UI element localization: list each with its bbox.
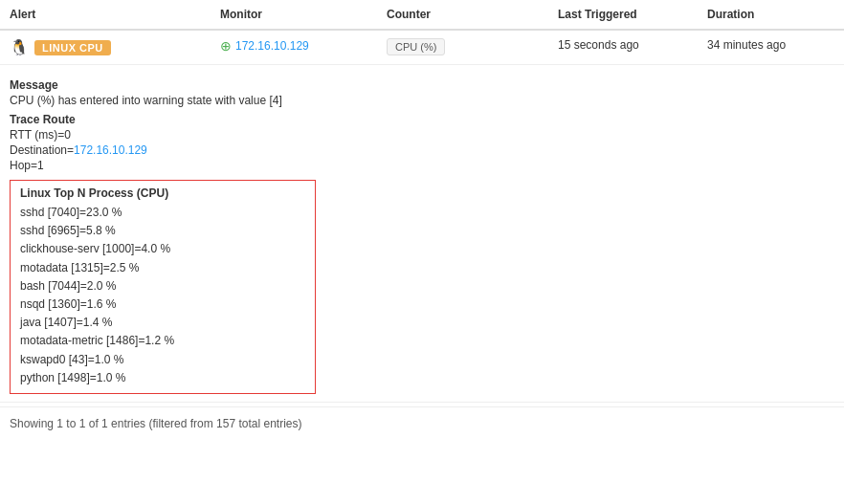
detail-area: Message CPU (%) has entered into warning… xyxy=(0,65,844,403)
message-label: Message xyxy=(10,78,834,92)
last-triggered-cell: 15 seconds ago xyxy=(548,31,698,59)
destination-label: Destination= xyxy=(10,143,74,157)
destination-ip-link[interactable]: 172.16.10.129 xyxy=(74,143,147,157)
process-item: clickhouse-serv [1000]=4.0 % xyxy=(20,240,305,258)
monitor-cell[interactable]: ⊕ 172.16.10.129 xyxy=(211,31,377,61)
destination-text: Destination=172.16.10.129 xyxy=(10,143,834,157)
process-list: sshd [7040]=23.0 %sshd [6965]=5.8 %click… xyxy=(20,204,305,387)
message-text: CPU (%) has entered into warning state w… xyxy=(10,94,834,107)
process-box: Linux Top N Process (CPU) sshd [7040]=23… xyxy=(10,180,316,394)
process-item: bash [7044]=2.0 % xyxy=(20,277,305,296)
trace-route-label: Trace Route xyxy=(10,113,834,126)
monitor-status-icon: ⊕ xyxy=(220,38,232,54)
col-header-counter: Counter xyxy=(377,0,548,29)
process-item: java [1407]=1.4 % xyxy=(20,314,305,332)
process-item: motadata [1315]=2.5 % xyxy=(20,259,305,277)
process-box-title: Linux Top N Process (CPU) xyxy=(20,186,305,200)
monitor-link[interactable]: ⊕ 172.16.10.129 xyxy=(220,38,367,54)
footer: Showing 1 to 1 of 1 entries (filtered fr… xyxy=(0,406,844,440)
linux-icon: 🐧 xyxy=(10,38,29,56)
rtt-text: RTT (ms)=0 xyxy=(10,128,834,142)
counter-cell: CPU (%) xyxy=(377,31,548,63)
table-header: Alert Monitor Counter Last Triggered Dur… xyxy=(0,0,844,31)
process-item: kswapd0 [43]=1.0 % xyxy=(20,351,305,369)
hop-text: Hop=1 xyxy=(10,159,834,172)
process-item: sshd [7040]=23.0 % xyxy=(20,204,305,222)
col-header-monitor: Monitor xyxy=(211,0,377,29)
col-header-duration: Duration xyxy=(698,0,844,29)
table-row: 🐧 LINUX CPU ⊕ 172.16.10.129 CPU (%) 15 s… xyxy=(0,31,844,65)
col-header-last-triggered: Last Triggered xyxy=(548,0,698,29)
process-item: nsqd [1360]=1.6 % xyxy=(20,296,305,314)
process-item: python [1498]=1.0 % xyxy=(20,369,305,387)
duration-cell: 34 minutes ago xyxy=(698,31,844,59)
col-header-alert: Alert xyxy=(0,0,211,29)
alert-cell: 🐧 LINUX CPU xyxy=(0,31,211,64)
process-item: sshd [6965]=5.8 % xyxy=(20,222,305,240)
counter-badge: CPU (%) xyxy=(387,38,445,55)
process-item: motadata-metric [1486]=1.2 % xyxy=(20,332,305,350)
alert-badge: LINUX CPU xyxy=(34,40,111,55)
monitor-ip: 172.16.10.129 xyxy=(235,39,309,53)
